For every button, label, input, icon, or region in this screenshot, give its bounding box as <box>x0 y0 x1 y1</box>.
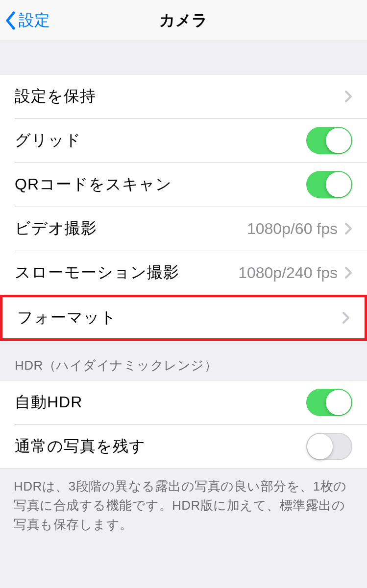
row-label: グリッド <box>15 130 81 151</box>
back-label: 設定 <box>19 10 50 31</box>
navigation-bar: 設定 カメラ <box>0 0 367 41</box>
spacer <box>0 41 367 74</box>
row-format[interactable]: フォーマット <box>2 297 365 338</box>
row-video-recording[interactable]: ビデオ撮影 1080p/60 fps <box>0 207 367 251</box>
toggle-knob <box>307 434 333 459</box>
chevron-right-icon <box>342 311 350 324</box>
chevron-left-icon <box>5 11 16 30</box>
chevron-right-icon <box>344 222 352 235</box>
qr-scan-toggle[interactable] <box>306 171 352 198</box>
toggle-knob <box>326 390 351 415</box>
settings-group-main: 設定を保持 グリッド QRコードをスキャン ビデオ撮影 1080p/60 fps <box>0 74 367 341</box>
row-label: ビデオ撮影 <box>15 218 97 239</box>
settings-group-hdr: 自動HDR 通常の写真を残す <box>0 380 367 469</box>
chevron-right-icon <box>344 266 352 279</box>
row-qr-scan: QRコードをスキャン <box>0 163 367 207</box>
row-value: 1080p/60 fps <box>247 220 338 238</box>
row-label: 設定を保持 <box>15 86 96 107</box>
hdr-section-footer: HDRは、3段階の異なる露出の写真の良い部分を、1枚の写真に合成する機能です。H… <box>0 469 367 543</box>
keep-normal-toggle[interactable] <box>306 433 352 460</box>
row-grid: グリッド <box>0 118 367 163</box>
back-button[interactable]: 設定 <box>5 10 50 31</box>
row-value: 1080p/240 fps <box>238 264 338 282</box>
row-label: QRコードをスキャン <box>15 174 172 195</box>
page-title: カメラ <box>159 10 208 31</box>
row-preserve-settings[interactable]: 設定を保持 <box>0 74 367 118</box>
row-slomo-recording[interactable]: スローモーション撮影 1080p/240 fps <box>0 251 367 295</box>
row-auto-hdr: 自動HDR <box>0 380 367 424</box>
auto-hdr-toggle[interactable] <box>306 389 352 416</box>
toggle-knob <box>326 172 351 197</box>
row-label: スローモーション撮影 <box>15 262 179 283</box>
highlight-format: フォーマット <box>0 295 367 341</box>
grid-toggle[interactable] <box>306 127 352 154</box>
toggle-knob <box>326 128 351 153</box>
row-label: 自動HDR <box>15 392 82 413</box>
row-label: 通常の写真を残す <box>15 436 146 457</box>
row-label: フォーマット <box>17 307 117 329</box>
hdr-section-header: HDR（ハイダイナミックレンジ） <box>0 341 367 380</box>
row-keep-normal-photo: 通常の写真を残す <box>0 424 367 469</box>
chevron-right-icon <box>344 90 352 103</box>
